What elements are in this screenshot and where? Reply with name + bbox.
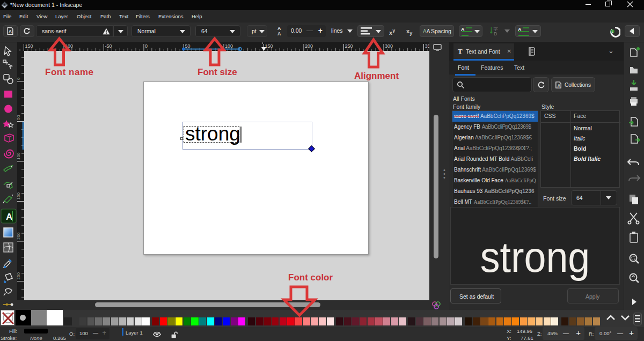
svg-text:D: D [494,31,497,36]
svg-text:s: s [611,29,613,33]
svg-text:0: 0 [17,77,21,80]
svg-text:50: 50 [17,115,21,120]
svg-text:A: A [557,83,560,88]
svg-text:A: A [9,29,12,34]
svg-text:A: A [6,212,12,222]
svg-text:200: 200 [17,232,21,240]
svg-text:250: 250 [17,272,21,280]
svg-text:35: 35 [425,43,430,49]
svg-text:150: 150 [17,192,21,200]
svg-text:0: 0 [145,43,148,49]
svg-text:50: 50 [185,43,191,49]
svg-text:-50: -50 [105,43,112,49]
svg-text:100: 100 [17,152,21,160]
